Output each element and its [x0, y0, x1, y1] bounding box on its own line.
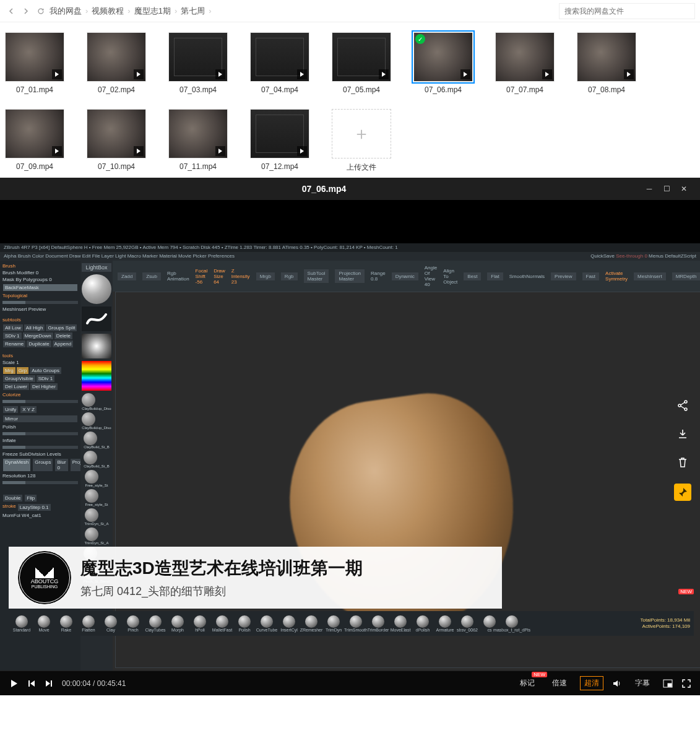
- zb-scale[interactable]: Scale 1: [2, 360, 78, 365]
- zb-slider-d[interactable]: [2, 446, 78, 449]
- zb-flip[interactable]: Flip: [25, 495, 37, 501]
- file-tile[interactable]: 07_02.mp4: [87, 32, 146, 94]
- file-thumb[interactable]: [250, 32, 309, 82]
- zb-brush-icon[interactable]: [85, 527, 98, 541]
- window-minimize[interactable]: ─: [641, 180, 658, 198]
- zb-quicksave[interactable]: QuickSave: [590, 253, 615, 259]
- zb-left-btn[interactable]: Mrg: [3, 367, 15, 374]
- zb-brushrow-item[interactable]: Standard: [12, 615, 31, 632]
- zb-resolution[interactable]: Resolution 128: [2, 473, 78, 479]
- zb-brush-icon[interactable]: [82, 393, 95, 407]
- window-close[interactable]: ✕: [675, 180, 693, 198]
- file-thumb[interactable]: [168, 32, 228, 82]
- nav-fwd[interactable]: [20, 5, 32, 17]
- zb-brush-icon[interactable]: [84, 432, 97, 445]
- zb-brushrow-item[interactable]: Move: [35, 615, 53, 632]
- zb-dynamesh[interactable]: DynaMesh: [3, 459, 30, 471]
- zb-left-btn[interactable]: Del Higher: [30, 383, 58, 390]
- zb-left-btn[interactable]: Delete: [54, 332, 72, 339]
- zb-brush-swatch[interactable]: [82, 274, 111, 304]
- zb-momfol[interactable]: MomFol W4_cat1: [2, 513, 78, 518]
- zb-brushrow-item[interactable]: Rake: [57, 615, 76, 632]
- zb-flat[interactable]: Flat: [487, 272, 503, 280]
- file-thumb[interactable]: [87, 32, 146, 82]
- zb-brushrow-item[interactable]: TrimDyn: [324, 615, 343, 632]
- subtitle-button[interactable]: 字幕: [631, 676, 654, 690]
- zb-brushrow-item[interactable]: dPolish: [413, 615, 432, 632]
- zb-menus[interactable]: Menus: [649, 253, 663, 259]
- zb-inflate[interactable]: Inflate: [2, 438, 78, 443]
- zb-brushrow-item[interactable]: Pinch: [124, 615, 142, 632]
- zb-stroke-swatch[interactable]: [82, 306, 111, 331]
- zb-rgb[interactable]: Rgb: [281, 272, 298, 280]
- zb-best[interactable]: Best: [464, 272, 481, 280]
- mark-button[interactable]: 标记: [516, 676, 539, 690]
- search-box[interactable]: [559, 3, 695, 19]
- zb-lazystep[interactable]: LazyStep 0.1: [18, 504, 51, 511]
- zb-brush-icon[interactable]: [82, 412, 95, 426]
- zb-mrgb[interactable]: Mrgb: [256, 272, 275, 280]
- upload-tile[interactable]: ＋上传文件: [332, 109, 391, 173]
- zb-brush-icon[interactable]: [85, 489, 98, 503]
- zb-menu-labels[interactable]: Alpha Brush Color Document Draw Edit Fil…: [4, 253, 235, 259]
- play-button[interactable]: [9, 679, 19, 688]
- search-input[interactable]: [559, 3, 695, 19]
- zb-aov[interactable]: Angle Of View 40: [425, 265, 437, 287]
- zb-brushrow-item[interactable]: Clay: [102, 615, 120, 632]
- file-tile[interactable]: 07_07.mp4: [495, 32, 555, 94]
- file-tile[interactable]: ✓07_06.mp4: [413, 32, 473, 94]
- file-tile[interactable]: 07_10.mp4: [87, 109, 146, 173]
- zb-left-btn[interactable]: MergeDown: [23, 332, 53, 339]
- zb-colorize[interactable]: Colorize: [2, 392, 78, 397]
- zb-brushrow-item[interactable]: TrimBorder: [369, 615, 387, 632]
- zb-dynamic[interactable]: Dynamic: [392, 272, 418, 280]
- zb-brushrow-item[interactable]: Polish: [235, 615, 254, 632]
- zb-brushrow-item[interactable]: hPoli: [191, 615, 209, 632]
- zb-double[interactable]: Double: [3, 495, 22, 501]
- file-tile[interactable]: 07_12.mp4: [250, 109, 309, 173]
- zb-projmaster[interactable]: Projection Master: [335, 269, 365, 283]
- volume-icon[interactable]: [612, 679, 622, 688]
- zb-brushrow-item[interactable]: ZRemesher: [302, 615, 321, 632]
- zb-brushrow-item[interactable]: Morph: [168, 615, 187, 632]
- zb-brushrow-item[interactable]: TrimSmooth: [347, 615, 365, 632]
- fullscreen-icon[interactable]: [681, 679, 691, 688]
- download-icon[interactable]: [675, 427, 690, 441]
- zb-brushrow-item[interactable]: MoveElast: [391, 615, 410, 632]
- zb-slider-b[interactable]: [2, 400, 78, 403]
- zb-brushrow-item[interactable]: InsertCyl: [280, 615, 298, 632]
- crumb-0[interactable]: 我的网盘: [50, 6, 82, 17]
- file-tile[interactable]: 07_01.mp4: [5, 32, 64, 94]
- zb-range[interactable]: Range 0.8: [371, 271, 386, 282]
- zb-left-btn[interactable]: All High: [24, 324, 45, 331]
- zb-focal[interactable]: Focal Shift -56: [196, 268, 208, 285]
- zb-brush-icon[interactable]: [85, 508, 98, 522]
- zb-freeze[interactable]: Freeze SubDivision Levels: [2, 451, 78, 457]
- zb-actsym[interactable]: Activate Symmetry: [605, 271, 628, 282]
- share-icon[interactable]: [675, 398, 690, 413]
- file-tile[interactable]: 07_03.mp4: [168, 32, 228, 94]
- zb-topological[interactable]: Topological: [2, 293, 78, 298]
- nav-refresh[interactable]: [35, 5, 47, 17]
- zb-left-btn[interactable]: Groups Split: [46, 324, 77, 331]
- zb-smoothnorm[interactable]: SmoothNormals: [509, 274, 545, 279]
- zb-meshinsert-preview[interactable]: MeshInsert Preview: [2, 306, 78, 312]
- zb-anim[interactable]: Rgb Animation: [167, 271, 189, 282]
- file-tile[interactable]: 07_05.mp4: [332, 32, 391, 94]
- zb-zsub[interactable]: Zsub: [142, 272, 161, 280]
- zb-fast[interactable]: Fast: [582, 272, 600, 280]
- zb-defaultscript[interactable]: DefaultZScript: [665, 253, 696, 259]
- zb-left-btn[interactable]: Rename: [3, 341, 25, 347]
- zb-alpha-swatch[interactable]: [82, 334, 111, 358]
- zb-brushrow-item[interactable]: Flatten: [79, 615, 98, 632]
- prev-button[interactable]: [27, 679, 36, 688]
- zb-mrdepth[interactable]: MRDepth: [672, 272, 700, 280]
- file-thumb[interactable]: [495, 32, 555, 82]
- zb-preview[interactable]: Preview: [551, 272, 576, 280]
- zb-polish[interactable]: Polish: [2, 424, 78, 430]
- quality-button[interactable]: 超清: [580, 676, 603, 690]
- file-thumb[interactable]: [250, 109, 309, 158]
- zb-seethrough[interactable]: See-through 0: [616, 253, 647, 259]
- zb-left-btn[interactable]: All Low: [3, 324, 23, 331]
- speed-button[interactable]: 倍速: [548, 676, 571, 690]
